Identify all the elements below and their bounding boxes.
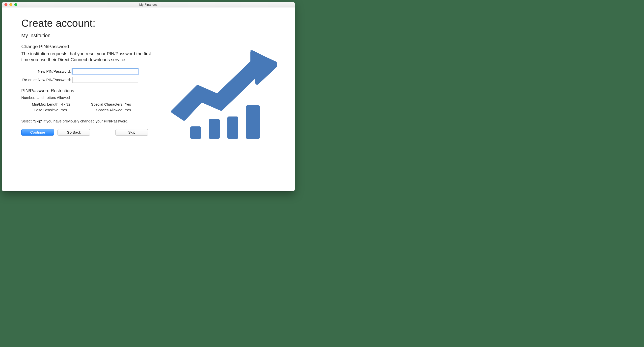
content-area: Create account: My Institution Change PI…	[2, 8, 295, 191]
button-row: Continue Go Back Skip	[21, 129, 166, 136]
form-panel: Create account: My Institution Change PI…	[2, 8, 166, 191]
new-pin-row: New PIN/Password:	[21, 68, 166, 74]
institution-name: My Institution	[21, 33, 166, 39]
minmax-value: 4 - 32	[61, 102, 70, 106]
new-pin-input[interactable]	[72, 68, 138, 74]
spaces-value: Yes	[125, 108, 131, 112]
skip-note: Select "Skip" if you have previously cha…	[21, 119, 166, 123]
svg-rect-3	[246, 105, 260, 139]
new-pin-label: New PIN/Password:	[21, 69, 72, 73]
spaces-label: Spaces Allowed:	[83, 108, 125, 112]
minmax-label: Min/Max Length:	[21, 102, 61, 106]
case-label: Case Sensitive:	[21, 108, 61, 112]
restrictions-heading: PIN/Password Restrictions:	[21, 88, 166, 93]
svg-rect-1	[209, 119, 220, 139]
skip-button[interactable]: Skip	[116, 129, 148, 136]
window-title: My Finances	[2, 3, 295, 7]
continue-button[interactable]: Continue	[21, 129, 54, 136]
restrictions-grid: Min/Max Length: 4 - 32 Case Sensitive: Y…	[21, 102, 166, 114]
zoom-window-icon[interactable]	[14, 3, 17, 6]
section-heading: Change PIN/Password	[21, 44, 166, 49]
reenter-pin-row: Re-enter New PIN/Password:	[21, 77, 166, 83]
close-window-icon[interactable]	[4, 3, 8, 6]
illustration-panel	[166, 8, 295, 191]
minimize-window-icon[interactable]	[10, 3, 12, 6]
window-controls	[2, 3, 17, 6]
reenter-pin-label: Re-enter New PIN/Password:	[21, 78, 72, 82]
section-description: The institution requests that you reset …	[21, 51, 160, 63]
go-back-button[interactable]: Go Back	[58, 129, 90, 136]
growth-chart-icon	[168, 45, 277, 144]
app-window: My Finances Create account: My Instituti…	[2, 2, 295, 191]
reenter-pin-input[interactable]	[72, 77, 138, 83]
case-value: Yes	[61, 108, 67, 112]
special-label: Special Characters:	[83, 102, 125, 106]
special-value: Yes	[125, 102, 131, 106]
svg-rect-0	[190, 126, 201, 139]
svg-rect-2	[228, 117, 238, 139]
page-title: Create account:	[21, 17, 166, 29]
restrictions-allowed: Numbers and Letters Allowed	[21, 95, 166, 100]
titlebar: My Finances	[2, 2, 295, 8]
